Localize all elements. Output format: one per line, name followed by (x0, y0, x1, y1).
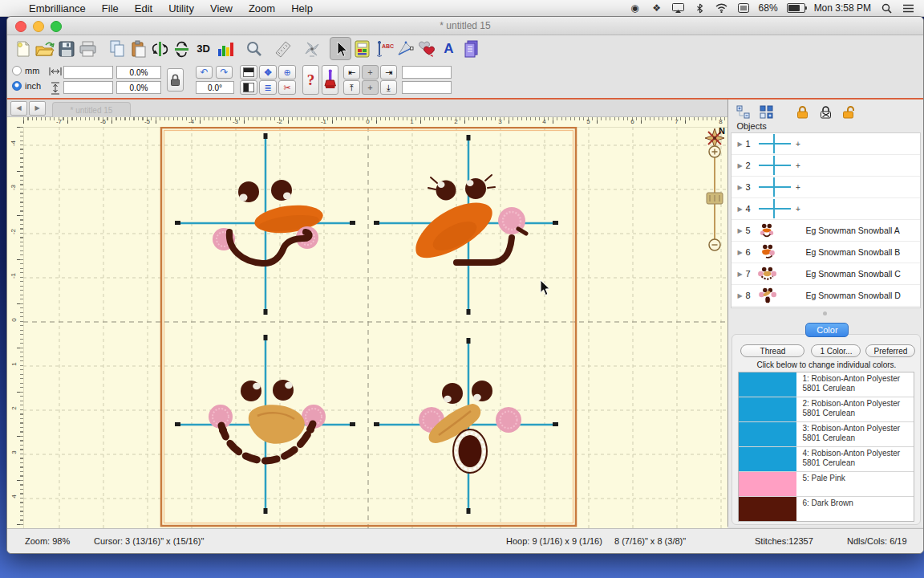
merge-design-icon[interactable] (416, 37, 438, 60)
flip-vertical-icon[interactable] (171, 37, 192, 60)
canvas-zoom-slider[interactable] (707, 146, 723, 250)
expand-arrow-icon[interactable]: ▶ (737, 271, 745, 278)
lettering-icon[interactable]: ABC (373, 37, 395, 60)
thread-color-swatch[interactable] (739, 397, 796, 421)
bluetooth-icon[interactable] (694, 2, 707, 14)
stitch-view-button[interactable] (240, 65, 257, 79)
align-bottom-button[interactable]: ⤓ (380, 80, 397, 95)
design-tool-icon[interactable] (395, 37, 416, 60)
panel-splitter[interactable] (731, 308, 919, 318)
wifi-icon[interactable] (715, 2, 728, 14)
zoom-tool-icon[interactable] (243, 37, 265, 60)
expand-arrow-icon[interactable]: ▶ (737, 140, 745, 148)
airplay-icon[interactable] (672, 2, 685, 14)
design-snowball-d[interactable] (419, 381, 521, 473)
object-row[interactable]: ▶ 4 + (732, 198, 920, 220)
object-row[interactable]: ▶ 7 Eg Snowman Snowball C (732, 263, 920, 285)
align-left-button[interactable]: ⇤ (343, 65, 360, 79)
close-window-button[interactable] (15, 21, 26, 32)
menu-item[interactable]: File (94, 2, 127, 14)
collapse-tree-icon[interactable] (758, 104, 774, 120)
position-y-input[interactable] (402, 81, 452, 94)
align-right-button[interactable]: ⇥ (380, 65, 397, 79)
font-icon[interactable]: A (438, 37, 460, 60)
minimize-window-button[interactable] (33, 21, 44, 32)
aspect-lock-button[interactable] (167, 68, 184, 92)
save-icon[interactable] (55, 37, 77, 60)
position-x-input[interactable] (402, 66, 452, 79)
thread-color-row[interactable]: 1: Robison-Anton Polyester 5801 Cerulean (739, 372, 914, 397)
tab-prev-icon[interactable]: ◀ (10, 101, 27, 116)
rotation-input[interactable] (196, 81, 234, 94)
unlock-icon[interactable] (841, 104, 857, 120)
select-pointer-icon[interactable] (330, 37, 351, 60)
height-percent-input[interactable] (116, 81, 161, 94)
design-canvas-area[interactable]: ◀ ▶ * untitled 15 -7-6-5-4-3-2-101234567… (7, 100, 727, 531)
color-bars-icon[interactable] (214, 37, 236, 60)
trim-button[interactable]: ✂ (278, 80, 296, 95)
object-row[interactable]: ▶ 8 Eg Snowman Snowball D (732, 285, 920, 307)
spotlight-search-icon[interactable] (880, 2, 893, 14)
open-file-icon[interactable] (34, 37, 55, 60)
contrast-view-button[interactable] (240, 80, 257, 95)
align-top-button[interactable]: ⤒ (343, 80, 360, 95)
input-source-icon[interactable] (737, 2, 750, 14)
thread-color-swatch[interactable] (739, 497, 796, 521)
document-tab[interactable]: * untitled 15 (52, 102, 131, 117)
menu-item[interactable]: Help (283, 2, 321, 14)
help-button[interactable]: ? (302, 65, 319, 95)
color-tab-button[interactable]: Color (805, 323, 849, 337)
design-snowball-b[interactable] (415, 175, 526, 263)
print-icon[interactable] (77, 37, 99, 60)
measure-tool-icon[interactable] (272, 37, 294, 60)
lock-hidden-icon[interactable] (817, 104, 833, 120)
flip-horizontal-icon[interactable] (149, 37, 171, 60)
stitch-lines-button[interactable]: ≣ (259, 80, 277, 95)
rotate-left-button[interactable]: ↶ (196, 66, 213, 79)
thread-color-swatch[interactable] (739, 447, 796, 471)
rotate-right-button[interactable]: ↷ (216, 66, 233, 79)
menu-item[interactable]: Edit (127, 2, 160, 14)
one-color-button[interactable]: 1 Color... (811, 344, 861, 357)
preferred-button[interactable]: Preferred (865, 344, 915, 357)
menu-item[interactable]: Utility (160, 2, 202, 14)
expand-tree-icon[interactable] (735, 104, 751, 120)
object-row[interactable]: ▶ 1 + (732, 133, 920, 155)
library-icon[interactable] (460, 37, 481, 60)
paste-icon[interactable] (128, 37, 149, 60)
thread-color-row[interactable]: 6: Dark Brown (739, 497, 914, 521)
dropbox-icon[interactable]: ❖ (650, 2, 663, 14)
height-input[interactable] (63, 81, 113, 94)
thread-color-swatch[interactable] (739, 422, 796, 446)
menubar-clock[interactable]: Mon 3:58 PM (814, 2, 871, 14)
copy-icon[interactable] (106, 37, 128, 60)
thread-color-swatch[interactable] (739, 372, 796, 397)
stitch-simulator-icon[interactable] (301, 37, 322, 60)
menu-item[interactable]: Embrilliance (21, 2, 94, 14)
thread-color-row[interactable]: 5: Pale Pink (739, 472, 914, 497)
thread-color-row[interactable]: 4: Robison-Anton Polyester 5801 Cerulean (739, 447, 914, 472)
expand-arrow-icon[interactable]: ▶ (737, 162, 745, 169)
thread-color-row[interactable]: 2: Robison-Anton Polyester 5801 Cerulean (739, 397, 914, 422)
design-canvas[interactable]: N (23, 127, 727, 531)
center-design-button[interactable]: ⊕ (278, 65, 296, 79)
thread-button[interactable]: Thread (740, 344, 804, 357)
stitch-eraser-button[interactable] (322, 65, 338, 95)
menu-item[interactable]: Zoom (241, 2, 283, 14)
3d-view-icon[interactable]: 3D (192, 37, 214, 60)
object-row[interactable]: ▶ 2 + (732, 155, 920, 177)
thread-color-swatch[interactable] (739, 472, 796, 496)
move-design-button[interactable]: ✥ (259, 65, 277, 79)
new-document-icon[interactable] (12, 37, 34, 60)
tab-next-icon[interactable]: ▶ (29, 101, 46, 116)
object-row[interactable]: ▶ 6 Eg Snowman Snowball B (732, 242, 920, 263)
design-snowball-c[interactable] (209, 380, 326, 461)
expand-arrow-icon[interactable]: ▶ (737, 184, 745, 191)
expand-arrow-icon[interactable]: ▶ (737, 249, 745, 256)
record-icon[interactable]: ◉ (629, 2, 642, 14)
expand-arrow-icon[interactable]: ▶ (737, 227, 745, 234)
expand-arrow-icon[interactable]: ▶ (737, 206, 745, 213)
align-center-v-button[interactable]: + (362, 80, 379, 95)
object-row[interactable]: ▶ 5 Eg Snowman Snowball A (732, 220, 920, 242)
notification-center-icon[interactable] (902, 2, 914, 14)
